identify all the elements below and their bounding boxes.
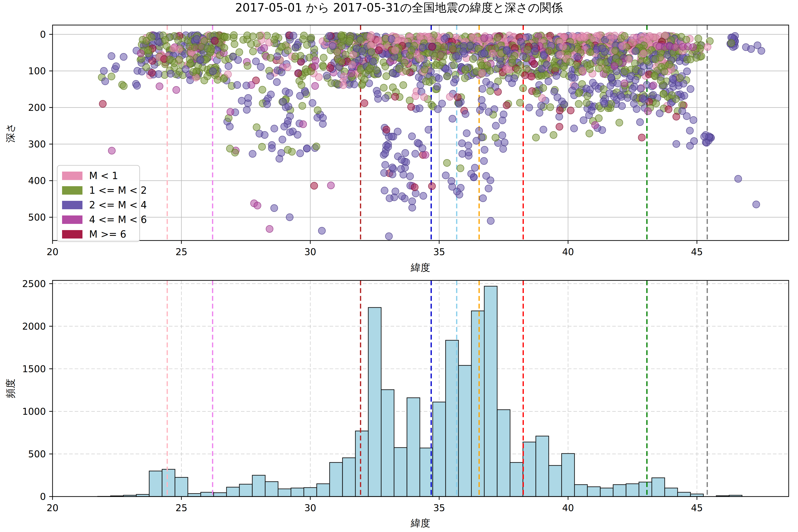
earthquake-point-purple [442, 172, 449, 179]
earthquake-point-green [221, 44, 228, 52]
histogram-y-tick-label: 1000 [22, 406, 46, 417]
earthquake-point-purple [278, 69, 285, 76]
earthquake-point-purple [479, 86, 486, 92]
earthquake-point-purple [249, 150, 256, 157]
earthquake-point-purple [482, 78, 490, 86]
earthquake-point-purple [465, 142, 472, 149]
earthquake-point-purple [638, 69, 645, 76]
earthquake-point-green [652, 56, 659, 63]
legend-item-label: 1 <= M < 2 [89, 185, 147, 196]
earthquake-point-purple [536, 109, 543, 116]
earthquake-point-crimson [673, 113, 680, 120]
histogram-x-tick-label: 25 [175, 502, 187, 513]
earthquake-point-crimson [407, 103, 415, 110]
earthquake-point-purple [297, 150, 304, 157]
earthquake-point-green [292, 53, 299, 60]
earthquake-point-purple [382, 95, 389, 102]
earthquake-point-purple [226, 123, 233, 130]
earthquake-point-pink [417, 33, 424, 40]
earthquake-point-purple [487, 217, 494, 225]
earthquake-point-green [443, 73, 451, 80]
histogram-bar [497, 410, 510, 496]
earthquake-point-purple [526, 104, 533, 111]
earthquake-point-green [338, 32, 345, 39]
earthquake-point-purple [435, 75, 442, 82]
earthquake-point-crimson [429, 183, 436, 190]
earthquake-point-green [176, 56, 183, 63]
earthquake-point-green [421, 66, 428, 73]
earthquake-point-green [451, 62, 457, 69]
earthquake-point-crimson [310, 182, 318, 189]
earthquake-point-purple [569, 87, 576, 94]
earthquake-point-magenta [592, 121, 599, 129]
earthquake-point-purple [650, 91, 657, 98]
earthquake-point-green [426, 78, 433, 86]
earthquake-point-pink [446, 93, 454, 100]
earthquake-point-purple [412, 190, 419, 197]
earthquake-point-green [608, 100, 615, 108]
legend-swatch [62, 201, 82, 209]
histogram-bar [639, 482, 652, 496]
earthquake-point-green [550, 131, 557, 138]
earthquake-point-purple [673, 140, 680, 147]
earthquake-point-pink [170, 45, 177, 52]
histogram-bar [458, 365, 471, 496]
legend-item-label: M < 1 [89, 170, 118, 181]
earthquake-point-pink [557, 52, 564, 58]
earthquake-point-green [484, 62, 491, 69]
earthquake-point-green [346, 37, 353, 44]
earthquake-point-purple [292, 44, 299, 51]
earthquake-point-magenta [300, 120, 307, 128]
earthquake-point-purple [492, 122, 499, 129]
scatter-x-tick-label: 30 [304, 247, 316, 258]
earthquake-point-purple [458, 140, 466, 147]
earthquake-point-purple [499, 132, 506, 139]
earthquake-point-purple [632, 76, 639, 83]
histogram-bar [201, 492, 214, 496]
earthquake-point-purple [531, 48, 538, 55]
earthquake-point-purple [669, 75, 676, 82]
earthquake-point-purple [500, 111, 507, 118]
earthquake-point-green [244, 62, 251, 69]
earthquake-point-magenta [671, 44, 679, 51]
earthquake-point-green [657, 77, 664, 84]
earthquake-point-purple [462, 110, 469, 117]
histogram-x-tick-label: 35 [433, 502, 445, 513]
earthquake-point-green [567, 58, 574, 65]
earthquake-point-green [298, 81, 305, 89]
earthquake-point-purple [390, 70, 397, 77]
earthquake-point-crimson [411, 184, 418, 191]
earthquake-point-green [249, 48, 256, 55]
earthquake-point-green [698, 53, 705, 60]
histogram-y-tick-label: 500 [28, 449, 46, 459]
earthquake-point-purple [448, 177, 455, 185]
histogram-bar [574, 484, 587, 496]
legend-item-label: 4 <= M < 6 [89, 214, 147, 225]
earthquake-point-purple [209, 68, 216, 75]
earthquake-point-crimson [556, 123, 563, 130]
histogram-bar [690, 494, 703, 497]
earthquake-point-purple [100, 68, 108, 75]
earthquake-point-purple [381, 169, 388, 176]
earthquake-point-purple [587, 86, 594, 93]
earthquake-point-purple [608, 74, 615, 81]
earthquake-point-crimson [429, 43, 436, 50]
histogram-x-tick-label: 30 [304, 502, 316, 513]
earthquake-point-pink [580, 34, 587, 41]
histogram-bar [240, 484, 252, 496]
earthquake-point-green [612, 47, 619, 54]
earthquake-point-purple [243, 106, 250, 113]
earthquake-point-purple [639, 95, 646, 102]
earthquake-point-green [643, 57, 650, 64]
earthquake-point-purple [318, 227, 325, 234]
histogram-x-tick-label: 40 [562, 502, 574, 513]
earthquake-point-crimson [383, 126, 390, 133]
earthquake-point-green [533, 90, 540, 97]
earthquake-point-magenta [227, 108, 234, 115]
earthquake-point-purple [460, 48, 467, 55]
earthquake-point-green [368, 48, 375, 55]
earthquake-point-purple [476, 107, 483, 114]
earthquake-point-green [231, 149, 239, 156]
earthquake-point-magenta [422, 151, 429, 158]
earthquake-point-green [396, 65, 402, 72]
